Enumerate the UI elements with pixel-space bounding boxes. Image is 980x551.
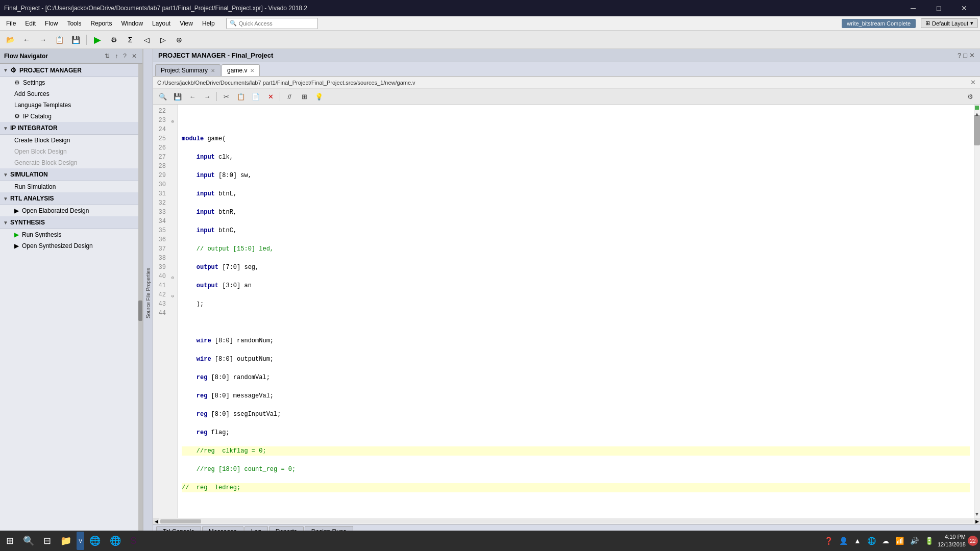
undo-tool-button[interactable]: ← [186,90,199,103]
menu-flow[interactable]: Flow [41,18,62,29]
tool1-button[interactable]: ◁ [139,33,154,46]
undo-button[interactable]: ← [19,33,34,46]
maximize-button[interactable]: □ [927,0,950,16]
project-summary-tab-close[interactable]: ✕ [211,68,215,73]
save-button[interactable]: 💾 [68,33,83,46]
taskbar-network-icon[interactable]: 🌐 [865,537,878,545]
taskbar-clock[interactable]: 4:10 PM 12/13/2018 [938,533,966,549]
source-file-properties-tab[interactable]: Source File Properties [143,49,153,537]
menu-window[interactable]: Window [117,18,147,29]
quick-access-search[interactable]: 🔍 [226,18,318,29]
code-content[interactable]: module game( input clk, input [8:0] sw, … [178,105,974,518]
tool2-button[interactable]: ▷ [156,33,170,46]
nav-item-add-sources[interactable]: Add Sources [0,88,142,99]
scroll-right-button[interactable]: ▶ [974,518,980,524]
menu-help[interactable]: Help [198,18,219,29]
nav-item-run-synthesis[interactable]: ▶ Run Synthesis [0,229,142,240]
section-project-manager[interactable]: ▼ ⚙ PROJECT MANAGER [0,64,142,77]
indent-tool-button[interactable]: ⊞ [298,90,311,103]
game-v-tab-close[interactable]: ✕ [250,68,254,73]
tab-project-summary[interactable]: Project Summary ✕ [155,64,220,76]
nav-item-ip-catalog[interactable]: ⚙ IP Catalog [0,111,142,122]
code-editor[interactable]: 22 23⊖ 24 25 26 27 28 29 30 31 32 33 34 … [153,105,980,518]
section-simulation[interactable]: ▼ SIMULATION [0,168,142,181]
slack-button[interactable]: S [126,532,140,550]
chrome-button[interactable]: 🌐 [85,532,105,550]
file-path-close[interactable]: ✕ [970,79,976,86]
comment-tool-button[interactable]: // [283,90,296,103]
nav-item-create-block-design[interactable]: Create Block Design [0,135,142,146]
scroll-up-button[interactable]: ▲ [974,111,980,117]
section-rtl-analysis[interactable]: ▼ RTL ANALYSIS [0,192,142,205]
paste-tool-button[interactable]: 📄 [249,90,262,103]
menu-view[interactable]: View [176,18,197,29]
redo-tool-button[interactable]: → [201,90,214,103]
taskbar-battery-icon[interactable]: 🔋 [923,537,936,545]
section-ip-integrator[interactable]: ▼ IP INTEGRATOR [0,122,142,135]
section-synthesis[interactable]: ▼ SYNTHESIS [0,216,142,229]
close-button[interactable]: ✕ [952,0,976,16]
panel-close-button[interactable]: ✕ [969,52,975,59]
taskbar-volume-icon[interactable]: 🔊 [908,537,921,545]
delete-tool-button[interactable]: ✕ [264,90,277,103]
tool3-button[interactable]: ⊕ [172,33,186,46]
edge-button[interactable]: 🌐 [106,532,125,550]
menu-file[interactable]: File [2,18,20,29]
taskbar-cloud-icon[interactable]: ☁ [880,537,891,545]
start-button[interactable]: ⊞ [2,532,18,550]
minimize-button[interactable]: ─ [901,0,925,16]
open-button[interactable]: 📂 [3,33,17,46]
menubar: File Edit Flow Tools Reports Window Layo… [0,16,980,31]
menu-reports[interactable]: Reports [86,18,116,29]
taskbar-user-icon[interactable]: 👤 [837,537,850,545]
vivado-taskbar-button[interactable]: V [77,532,84,550]
horizontal-scroll-track[interactable] [160,519,973,523]
search-taskbar-button[interactable]: 🔍 [19,532,38,550]
panel-float-button[interactable]: □ [963,52,967,59]
file-explorer-button[interactable]: 📁 [56,532,76,550]
nav-sort-button[interactable]: ⇅ [103,52,111,60]
horizontal-scroll-thumb[interactable] [160,519,201,523]
nav-close-button[interactable]: ✕ [130,52,138,60]
search-tool-button[interactable]: 🔍 [156,90,169,103]
notification-badge[interactable]: 22 [968,536,978,546]
nav-item-language-templates[interactable]: Language Templates [0,99,142,111]
nav-item-settings[interactable]: ⚙ Settings [0,77,142,88]
taskbar-wifi-icon[interactable]: 📶 [893,537,906,545]
sum-button[interactable]: Σ [123,33,137,46]
menu-layout[interactable]: Layout [148,18,175,29]
scroll-thumb[interactable] [974,115,980,145]
search-icon: 🔍 [230,20,237,27]
editor-settings-button[interactable]: ⚙ [964,90,977,103]
nav-up-button[interactable]: ↑ [113,52,119,60]
nav-item-run-simulation[interactable]: Run Simulation [0,181,142,192]
default-layout-button[interactable]: ⊞ Default Layout ▾ [921,18,978,28]
taskbar-show-hidden-icon[interactable]: ▲ [852,537,863,545]
cut-tool-button[interactable]: ✂ [219,90,233,103]
nav-scrollbar-thumb[interactable] [138,300,142,321]
taskbar-help-icon[interactable]: ❓ [822,537,835,545]
scroll-down-button[interactable]: ▼ [974,511,980,517]
tab-game-v[interactable]: game.v ✕ [222,64,260,76]
nav-vertical-scrollbar[interactable] [138,64,142,537]
nav-help-button[interactable]: ? [121,52,128,60]
panel-help-button[interactable]: ? [958,52,961,59]
quick-access-input[interactable] [239,20,314,27]
save-tool-button[interactable]: 💾 [171,90,184,103]
menu-edit[interactable]: Edit [21,18,40,29]
copy-button[interactable]: 📋 [52,33,66,46]
nav-item-open-synthesized-design[interactable]: ▶ Open Synthesized Design [0,240,142,252]
task-view-button[interactable]: ⊟ [39,532,55,550]
horizontal-scrollbar[interactable]: ◀ ▶ [153,518,980,524]
run-button[interactable]: ▶ [90,33,105,46]
redo-button[interactable]: → [36,33,50,46]
nav-item-open-elaborated-design[interactable]: ▶ Open Elaborated Design [0,205,142,216]
copy-tool-button[interactable]: 📋 [234,90,248,103]
editor-vertical-scrollbar[interactable]: ▼ ▲ [974,105,980,518]
line-44: 44 [153,309,177,318]
scroll-left-button[interactable]: ◀ [153,518,159,524]
settings-button[interactable]: ⚙ [107,33,121,46]
menu-tools[interactable]: Tools [63,18,85,29]
hint-tool-button[interactable]: 💡 [312,90,326,103]
line-23: 23⊖ [153,116,177,125]
